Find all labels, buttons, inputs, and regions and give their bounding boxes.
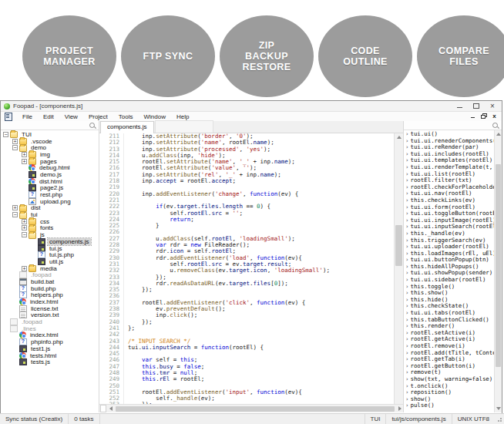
- tree-item-label: tests.html: [29, 352, 58, 359]
- tree-item[interactable]: +media: [1, 265, 99, 272]
- mdi-minimize-icon[interactable]: [470, 113, 475, 119]
- code-line[interactable]: 241};: [99, 325, 394, 331]
- tree-item[interactable]: version.txt: [1, 312, 99, 319]
- bat-icon: [19, 278, 27, 285]
- code-line[interactable]: 220 inp.addEventListener('change', funct…: [99, 191, 394, 197]
- tree-item[interactable]: +css: [1, 218, 99, 225]
- expand-icon[interactable]: +: [22, 225, 27, 231]
- tree-item[interactable]: demo.js: [1, 171, 99, 178]
- code-line[interactable]: 240 });: [99, 319, 394, 325]
- scroll-up-icon[interactable]: [495, 130, 502, 138]
- scrollbar-thumb[interactable]: [395, 225, 402, 266]
- mdi-restore-icon[interactable]: [481, 113, 486, 119]
- collapse-icon[interactable]: −: [22, 232, 27, 237]
- outline-item[interactable]: ›pulse(): [404, 402, 494, 409]
- close-icon[interactable]: ×: [489, 103, 496, 109]
- tree-item[interactable]: upload.png: [1, 198, 99, 205]
- tree-item[interactable]: dist.html: [1, 178, 99, 185]
- tree-item-label: version.txt: [29, 311, 60, 318]
- scroll-down-icon[interactable]: [495, 405, 502, 412]
- collapse-icon[interactable]: −: [3, 132, 8, 137]
- tree-item[interactable]: +pages: [1, 158, 99, 165]
- tree-item[interactable]: +img: [1, 151, 99, 158]
- tree-item[interactable]: −TUI: [1, 131, 99, 138]
- tree-item[interactable]: tui.js: [1, 245, 99, 252]
- tree-item[interactable]: −demo: [1, 144, 99, 151]
- editor-vertical-scrollbar[interactable]: [394, 133, 403, 404]
- minimize-icon[interactable]: [456, 103, 464, 109]
- html-icon: [29, 178, 35, 185]
- menu-item-file[interactable]: File: [17, 113, 38, 121]
- scrollbar-thumb[interactable]: [116, 406, 395, 412]
- editor-horizontal-scrollbar[interactable]: [99, 404, 403, 412]
- tree-item[interactable]: index.html: [1, 298, 99, 305]
- scrollbar-grip[interactable]: [100, 405, 106, 412]
- collapse-icon[interactable]: −: [12, 212, 18, 217]
- tree-item[interactable]: +.vscode: [1, 138, 99, 145]
- tree-item[interactable]: tests.js: [1, 358, 99, 365]
- code-line[interactable]: 225 }: [99, 223, 394, 229]
- maximize-icon[interactable]: [472, 103, 480, 109]
- code-line[interactable]: 249 this.rEl = rootEl;: [99, 376, 394, 382]
- tab-components.js[interactable]: components.js: [100, 121, 154, 133]
- tree-item[interactable]: phpinfo.php: [1, 338, 99, 345]
- tree-item[interactable]: −js: [1, 231, 99, 238]
- tree-item-label: build.bat: [29, 278, 55, 285]
- scroll-left-icon[interactable]: [107, 406, 114, 411]
- tree-item[interactable]: .foopad: [1, 318, 99, 325]
- menu-item-edit[interactable]: Edit: [38, 113, 59, 121]
- document-icon[interactable]: [5, 113, 12, 121]
- php-icon: [19, 285, 27, 292]
- tree-item[interactable]: +fonts: [1, 225, 99, 232]
- chevron-right-icon: ›: [405, 375, 408, 382]
- tree-item[interactable]: +dist: [1, 205, 99, 212]
- muted-icon: [10, 325, 18, 332]
- expand-icon[interactable]: +: [22, 219, 27, 224]
- tree-item[interactable]: license.txt: [1, 305, 99, 312]
- outline-vertical-scrollbar[interactable]: [494, 130, 502, 412]
- html-icon: [19, 298, 26, 305]
- scroll-right-icon[interactable]: [396, 406, 403, 411]
- outline-search-input[interactable]: [404, 121, 502, 130]
- expand-icon[interactable]: +: [12, 139, 18, 144]
- tree-item[interactable]: util.js: [1, 258, 99, 265]
- expand-icon[interactable]: +: [12, 205, 18, 210]
- tree-item-label: build.php: [29, 285, 57, 292]
- tree-item[interactable]: .foopad: [1, 271, 99, 278]
- tree-item[interactable]: .lines: [1, 325, 99, 332]
- scrollbar-thumb[interactable]: [496, 164, 501, 368]
- tree-item[interactable]: −tui: [1, 211, 99, 218]
- tree-item[interactable]: build.bat: [1, 278, 99, 285]
- code-line[interactable]: 235 });: [99, 287, 394, 293]
- feature-circle-label: RESTORE: [243, 62, 291, 72]
- tree-item[interactable]: build.php: [1, 285, 99, 292]
- tree-item[interactable]: rest.php: [1, 191, 99, 198]
- tree-item[interactable]: helpers.php: [1, 292, 99, 299]
- collapse-icon[interactable]: −: [12, 145, 18, 150]
- menu-item-view[interactable]: View: [59, 113, 83, 121]
- scroll-up-icon[interactable]: [395, 133, 403, 141]
- menu-item-tools[interactable]: Tools: [113, 113, 139, 121]
- menu-item-project[interactable]: Project: [83, 113, 113, 121]
- status-cell: Sync status (Creatix): [0, 414, 69, 424]
- tree-item[interactable]: test1.js: [1, 345, 99, 352]
- tree-item[interactable]: debug.html: [1, 164, 99, 171]
- feature-circle-label: COMPARE: [438, 45, 489, 56]
- tree-item[interactable]: tui.js.php: [1, 251, 99, 258]
- tree-item[interactable]: page2.js: [1, 185, 99, 192]
- tree-item[interactable]: index.html: [1, 332, 99, 339]
- tree-item[interactable]: components.js: [1, 238, 99, 245]
- resize-grip[interactable]: [496, 416, 502, 422]
- tab-blank[interactable]: [155, 120, 213, 133]
- chevron-right-icon: ›: [405, 163, 408, 170]
- expand-icon[interactable]: +: [22, 159, 27, 164]
- tree-search-input[interactable]: [1, 121, 99, 130]
- mdi-close-icon[interactable]: x: [492, 113, 497, 119]
- expand-icon[interactable]: +: [22, 266, 27, 271]
- status-cell: TUI: [365, 414, 386, 424]
- expand-icon[interactable]: +: [22, 152, 27, 157]
- code-line[interactable]: 244tui.ui.inputSearch = function(rootEl)…: [99, 345, 394, 351]
- code-editor[interactable]: 211 inp.setAttribute('border', '0');212 …: [99, 133, 394, 404]
- code-line[interactable]: 218 inp.accept = rootEl.accept;: [99, 178, 394, 184]
- tree-item[interactable]: tests.html: [1, 352, 99, 359]
